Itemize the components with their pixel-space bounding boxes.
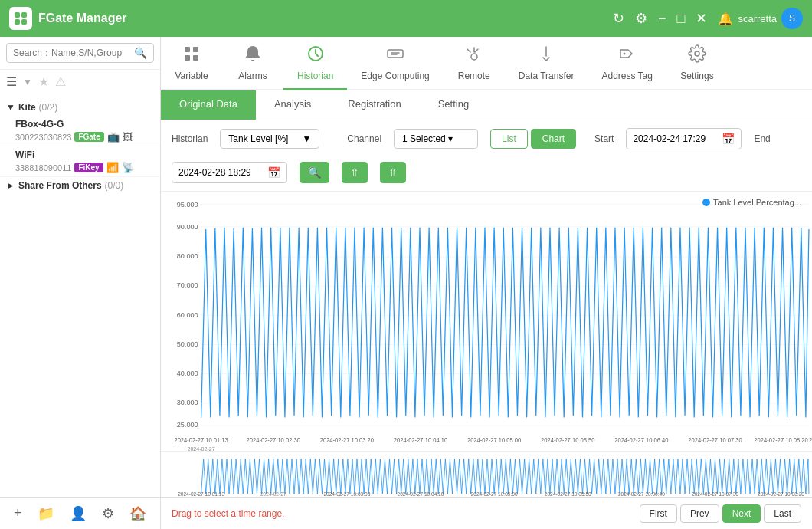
start-input[interactable]: 📅 [626, 128, 742, 150]
tab-settings[interactable]: Settings [666, 37, 728, 90]
sidebar-search: 🔍 [0, 37, 160, 70]
list-button[interactable]: List [490, 129, 528, 149]
export2-button[interactable]: ⇧ [380, 162, 406, 183]
search-icon[interactable]: 🔍 [134, 47, 147, 59]
refresh-icon[interactable]: ↻ [613, 10, 624, 27]
svg-text:2024-02-27 10:04:10: 2024-02-27 10:04:10 [398, 491, 444, 497]
search-button[interactable]: 🔍 [300, 162, 329, 183]
filter-icon[interactable]: ☰ [6, 74, 17, 89]
address-tag-icon [618, 44, 637, 67]
search-box[interactable]: 🔍 [6, 43, 154, 63]
tree-group-kite-name: Kite [18, 102, 36, 113]
chevron-right-icon: ► [6, 180, 15, 191]
home-icon[interactable]: 🏠 [129, 505, 146, 522]
svg-text:90.000: 90.000 [177, 222, 198, 231]
tab-historian[interactable]: Historian [283, 37, 347, 90]
tree-group-kite-count: (0/2) [39, 102, 58, 113]
svg-text:80.000: 80.000 [177, 251, 198, 260]
sub-tab-original-data[interactable]: Original Data [161, 90, 256, 120]
tab-data-transfer[interactable]: Data Transfer [505, 37, 588, 90]
tree-group-share: ► Share From Others (0/0) [0, 177, 160, 194]
svg-text:30.000: 30.000 [177, 398, 198, 406]
tree-group-share-header[interactable]: ► Share From Others (0/0) [0, 177, 160, 194]
tab-variable[interactable]: Variable [161, 37, 222, 90]
tree-group-kite-header[interactable]: ▼ Kite (0/2) [0, 99, 160, 116]
tab-address-tag[interactable]: Address Tag [588, 37, 666, 90]
export-button[interactable]: ⇧ [342, 162, 368, 183]
svg-text:2024-02-27 10:07:30: 2024-02-27 10:07:30 [692, 491, 738, 497]
star-icon[interactable]: ★ [38, 74, 49, 89]
next-button[interactable]: Next [722, 504, 761, 523]
signal-icon[interactable]: 📡 [122, 162, 134, 173]
tree-item-wifi-row: WiFi [15, 150, 154, 160]
legend-dot [702, 199, 710, 206]
avatar: S [781, 8, 803, 29]
screen-icon[interactable]: 🖼 [123, 131, 133, 143]
svg-text:2024-02-27 10:06:40: 2024-02-27 10:06:40 [614, 437, 669, 444]
tab-settings-label: Settings [680, 71, 713, 81]
sub-tab-analysis[interactable]: Analysis [256, 90, 329, 120]
filter-down-icon[interactable]: ▼ [23, 77, 32, 87]
tree-item-wifi-id: 338818090011 [15, 163, 71, 172]
end-label: End [754, 133, 770, 144]
alarms-icon [244, 44, 262, 67]
historian-select[interactable]: Tank Level [%] ▼ [220, 129, 319, 149]
calendar-start-icon[interactable]: 📅 [722, 133, 735, 145]
badge-fikey: FiKey [74, 163, 103, 172]
user-icon[interactable]: 👤 [70, 505, 87, 522]
list-item[interactable]: FBox-4G-G 300223030823 FGate 📺 🖼 [0, 116, 160, 146]
historian-select-value: Tank Level [%] [228, 133, 288, 144]
svg-text:25.000: 25.000 [177, 420, 198, 429]
start-label: Start [594, 133, 614, 144]
svg-point-11 [623, 52, 625, 54]
monitor-icon[interactable]: 📺 [107, 131, 120, 143]
settings-icon[interactable]: ⚙ [635, 10, 647, 27]
app-logo [9, 7, 32, 30]
chart-button[interactable]: Chart [531, 129, 576, 149]
mini-chart-line [201, 459, 809, 494]
svg-text:70.000: 70.000 [177, 281, 198, 289]
tab-edge-computing[interactable]: Edge Computing [347, 37, 443, 90]
notification-icon[interactable]: 🔔 [718, 12, 733, 26]
svg-text:2024-02-27 10:05:00: 2024-02-27 10:05:00 [467, 437, 522, 444]
gear-icon[interactable]: ⚙ [102, 505, 114, 522]
channel-select[interactable]: 1 Selected ▾ [394, 129, 478, 149]
search-input[interactable] [13, 48, 134, 58]
wifi-icon[interactable]: 📶 [106, 162, 119, 173]
minimize-icon[interactable]: − [658, 11, 666, 27]
tree-item-fbox-id: 300223030823 [15, 133, 71, 142]
svg-text:2024-02-27: 2024-02-27 [188, 445, 215, 451]
edge-computing-icon [386, 44, 404, 67]
tab-alarms-label: Alarms [238, 71, 267, 81]
add-icon[interactable]: + [14, 505, 22, 521]
tab-alarms[interactable]: Alarms [222, 37, 283, 90]
chart-area: Tank Level Percentag... 95.000 90.000 80… [161, 192, 812, 451]
alert-icon[interactable]: ⚠ [55, 74, 66, 89]
calendar-end-icon[interactable]: 📅 [267, 166, 280, 179]
close-icon[interactable]: ✕ [696, 10, 707, 27]
tab-remote[interactable]: Remote [444, 37, 505, 90]
sub-tab-setting[interactable]: Setting [420, 90, 487, 120]
start-value[interactable] [633, 133, 717, 144]
svg-text:2024-02-27 10:08:20: 2024-02-27 10:08:20 [758, 491, 804, 497]
last-button[interactable]: Last [764, 504, 801, 523]
svg-rect-0 [15, 12, 20, 18]
list-item[interactable]: WiFi 338818090011 FiKey 📶 📡 [0, 146, 160, 177]
maximize-icon[interactable]: □ [677, 11, 686, 27]
tree-item-fbox-icons: 300223030823 FGate 📺 🖼 [15, 131, 154, 143]
prev-button[interactable]: Prev [680, 504, 719, 523]
folder-icon[interactable]: 📁 [38, 505, 54, 522]
first-button[interactable]: First [640, 504, 677, 523]
badge-fgate: FGate [74, 132, 103, 142]
svg-text:2024-02-27 10: 2024-02-27 10 [809, 437, 812, 444]
svg-rect-1 [21, 12, 27, 18]
mini-chart[interactable]: 2024-02-27 10:01:13 2024-02-27 2024-02-2… [161, 451, 812, 497]
sub-tab-registration[interactable]: Registration [329, 90, 419, 120]
end-input[interactable]: 📅 [172, 162, 287, 183]
end-value[interactable] [178, 167, 263, 178]
main-chart[interactable]: 95.000 90.000 80.000 70.000 60.000 50.00… [161, 192, 812, 451]
tree-group-share-name: Share From Others [18, 180, 102, 191]
sub-tabs: Original Data Analysis Registration Sett… [161, 90, 812, 120]
svg-text:2024-02-27 10:05:00: 2024-02-27 10:05:00 [471, 491, 518, 497]
svg-text:2024-02-27 10:01:13: 2024-02-27 10:01:13 [174, 437, 228, 444]
